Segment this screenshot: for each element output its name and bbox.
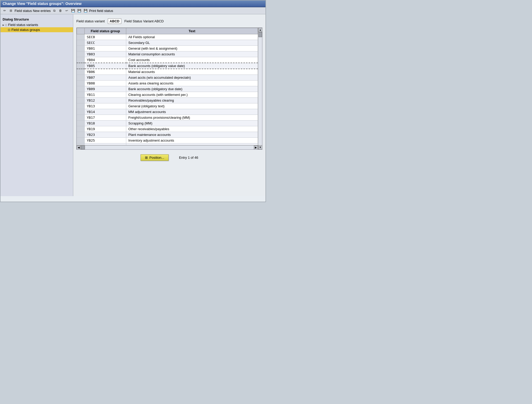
new-entries-btn[interactable]: New entries	[33, 9, 51, 13]
copy-icon[interactable]: ⧉	[52, 8, 57, 13]
row-selector[interactable]	[77, 34, 85, 40]
row-selector[interactable]	[77, 138, 85, 143]
table-row[interactable]: YB18Scrapping (MM)	[77, 121, 258, 126]
save-icon[interactable]: 💾	[70, 8, 76, 13]
row-code: YB11	[85, 92, 126, 98]
save3-icon[interactable]: 💾	[83, 8, 88, 13]
row-text: All Fields optional	[126, 34, 258, 40]
table-row[interactable]: YB17Freight/customs provisions/clearing …	[77, 115, 258, 121]
table-row[interactable]: YB23Plant maintenance accounts	[77, 132, 258, 138]
table-row[interactable]: SECCSecondary GL	[77, 40, 258, 46]
table-row[interactable]: YB09Bank accounts (obligatory due date)	[77, 86, 258, 92]
row-selector[interactable]	[77, 132, 85, 138]
delete-icon[interactable]: 🗑	[58, 8, 63, 13]
table-icon[interactable]: ⊞	[8, 8, 14, 13]
print-field-status-btn[interactable]: Print field status	[89, 9, 113, 13]
folder-icon: □	[5, 23, 7, 27]
row-text: Bank accounts (obligatory value date)	[126, 63, 258, 69]
group-icon: ⊟	[8, 28, 10, 32]
row-code: YB09	[85, 86, 126, 92]
table-row[interactable]: YB04Cost accounts	[77, 57, 258, 63]
row-selector[interactable]	[77, 92, 85, 98]
row-code: YB19	[85, 126, 126, 132]
row-selector[interactable]	[77, 109, 85, 115]
window-title: Change View "Field status groups": Overv…	[3, 2, 82, 6]
row-code: YB17	[85, 115, 126, 121]
row-code: YB12	[85, 98, 126, 103]
table-row[interactable]: YB07Asset accts (w/o accumulated depreci…	[77, 75, 258, 81]
row-selector[interactable]	[77, 46, 85, 51]
scroll-track-vert[interactable]	[258, 32, 262, 145]
scroll-track[interactable]	[81, 145, 254, 149]
row-text: Bank accounts (obligatory due date)	[126, 86, 258, 92]
position-icon: ⊞	[145, 156, 148, 160]
table-row[interactable]: YB06Material accounts	[77, 69, 258, 75]
col-field-status-group: Field status group	[85, 28, 126, 34]
row-selector[interactable]	[77, 57, 85, 63]
table-wrapper: Field status group Text SEC0All Fields o…	[76, 28, 262, 150]
row-selector[interactable]	[77, 75, 85, 81]
row-code: SECC	[85, 40, 126, 46]
table-row[interactable]: YB14MM adjustment accounts	[77, 109, 258, 115]
row-text: Assets area clearing accounts	[126, 81, 258, 86]
scroll-up-btn[interactable]: ▲	[258, 28, 262, 32]
table-row[interactable]: YB25Inventory adjustment accounts	[77, 138, 258, 143]
pencil-icon[interactable]: ✏	[2, 8, 7, 13]
col-text: Text	[126, 28, 258, 34]
table-row[interactable]: YB12Receivables/payables clearing	[77, 98, 258, 103]
row-code: YB07	[85, 75, 126, 81]
row-selector[interactable]	[77, 86, 85, 92]
field-status-label: Field status variant	[76, 19, 105, 23]
row-selector[interactable]	[77, 69, 85, 75]
row-selector[interactable]	[77, 115, 85, 121]
row-code: YB14	[85, 109, 126, 115]
row-code: YB04	[85, 57, 126, 63]
row-selector[interactable]	[77, 63, 85, 69]
sidebar: Dialog Structure ▸ □ Field status varian…	[1, 14, 73, 196]
toolbar: ✏ ⊞ Field status New entries ⧉ 🗑 ↩ 💾 💾 💾…	[1, 7, 265, 14]
table-row[interactable]: SEC0All Fields optional	[77, 34, 258, 40]
table-row[interactable]: YB01General (with text & assignment)	[77, 46, 258, 51]
save2-icon[interactable]: 💾	[77, 8, 82, 13]
field-status-table: Field status group Text SEC0All Fields o…	[77, 28, 258, 145]
row-text: Plant maintenance accounts	[126, 132, 258, 138]
horizontal-scrollbar[interactable]: ◀ ▶	[77, 145, 258, 149]
row-code: YB03	[85, 51, 126, 57]
table-row[interactable]: YB11Clearing accounts (with settlement p…	[77, 92, 258, 98]
table-row[interactable]: YB19Other receivables/payables	[77, 126, 258, 132]
row-code: YB25	[85, 138, 126, 143]
row-selector[interactable]	[77, 40, 85, 46]
scroll-left-btn[interactable]: ◀	[77, 145, 81, 150]
sidebar-item-field-status-groups[interactable]: ⊟ Field status groups	[1, 27, 73, 32]
table-row[interactable]: YB03Material consumption accounts	[77, 51, 258, 57]
row-code: YB06	[85, 69, 126, 75]
field-status-toolbar-btn[interactable]: Field status	[15, 9, 32, 13]
row-text: Other receivables/payables	[126, 126, 258, 132]
row-text: General (with text & assignment)	[126, 46, 258, 51]
undo-icon[interactable]: ↩	[64, 8, 69, 13]
row-selector[interactable]	[77, 126, 85, 132]
row-selector[interactable]	[77, 51, 85, 57]
row-text: Secondary GL	[126, 40, 258, 46]
sidebar-item-field-status-variants[interactable]: ▸ □ Field status variants	[1, 22, 73, 27]
row-text: Cost accounts	[126, 57, 258, 63]
expand-icon: ▸	[3, 23, 4, 27]
row-selector[interactable]	[77, 98, 85, 103]
row-selector[interactable]	[77, 121, 85, 126]
scroll-right-btn[interactable]: ▶	[254, 145, 258, 150]
indent-spacer	[3, 28, 7, 32]
sidebar-title: Dialog Structure	[1, 16, 73, 22]
table-row[interactable]: YB05Bank accounts (obligatory value date…	[77, 63, 258, 69]
vertical-scrollbar[interactable]: ▲ ▼	[258, 28, 262, 149]
main-window: Change View "Field status groups": Overv…	[0, 0, 266, 202]
table-row[interactable]: YB13General (obligatory text)	[77, 103, 258, 109]
scroll-down-btn[interactable]: ▼	[258, 145, 262, 149]
row-selector[interactable]	[77, 81, 85, 86]
table-row-empty	[77, 143, 258, 145]
table-row[interactable]: YB08Assets area clearing accounts	[77, 81, 258, 86]
position-button[interactable]: ⊞ Position...	[141, 154, 169, 161]
row-text: Scrapping (MM)	[126, 121, 258, 126]
col-selector	[77, 28, 85, 34]
row-selector[interactable]	[77, 103, 85, 109]
row-code: YB13	[85, 103, 126, 109]
